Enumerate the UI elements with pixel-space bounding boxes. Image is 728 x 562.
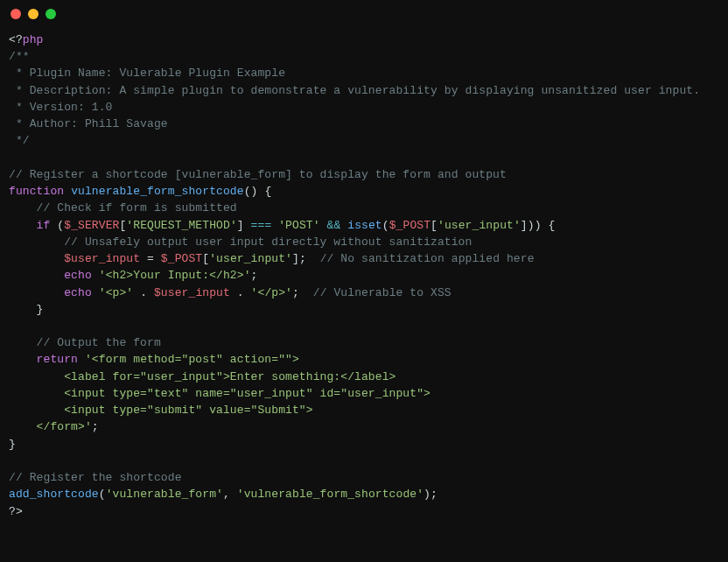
window-titlebar	[0, 0, 728, 26]
var-user-input: $user_input	[154, 286, 230, 299]
docblock-line: * Version: 1.0	[9, 101, 113, 114]
string: 'user_input'	[209, 252, 292, 265]
func-name: vulnerable_form_shortcode	[71, 185, 244, 198]
punct: ;	[292, 286, 313, 299]
php-open-tag: <?	[9, 33, 23, 46]
docblock-line: * Description: A simple plugin to demons…	[9, 84, 700, 97]
indent	[9, 353, 37, 366]
kw-echo: echo	[64, 269, 92, 282]
comment-line: // Unsafely output user input directly w…	[9, 235, 472, 249]
space	[78, 353, 85, 366]
space	[92, 286, 99, 299]
punct: ;	[251, 269, 258, 282]
indent	[9, 286, 64, 299]
minimize-icon[interactable]	[28, 9, 38, 19]
var-server: $_SERVER	[64, 219, 119, 232]
punct: () {	[244, 185, 272, 198]
kw-if: if	[9, 219, 50, 232]
comment-line: // Register the shortcode	[9, 471, 182, 484]
string: '<h2>Your Input:</h2>'	[99, 269, 251, 282]
php-close-tag: ?>	[9, 505, 23, 518]
punct: (	[99, 488, 106, 501]
comment-line: // Check if form is submitted	[9, 201, 237, 214]
code-window: <?php /** * Plugin Name: Vulerable Plugi…	[0, 0, 728, 562]
punct: ,	[223, 488, 237, 501]
var-post: $_POST	[389, 219, 430, 232]
docblock-line: * Plugin Name: Vulerable Plugin Example	[9, 67, 285, 80]
fn-isset: isset	[347, 219, 382, 232]
string: <input type="text" name="user_input" id=…	[9, 387, 430, 400]
fn-add-shortcode: add_shortcode	[9, 488, 99, 501]
space	[92, 269, 99, 282]
string: 'user_input'	[438, 219, 521, 232]
comment-inline: // No sanitization applied here	[320, 252, 535, 265]
space	[320, 219, 327, 232]
op-and: &&	[327, 219, 341, 232]
maximize-icon[interactable]	[46, 9, 56, 19]
var-user-input: $user_input	[64, 252, 140, 265]
comment-line: // Register a shortcode [vulnerable_form…	[9, 168, 507, 181]
indent	[9, 252, 64, 265]
indent	[9, 269, 64, 282]
punct: );	[424, 488, 438, 501]
kw-echo: echo	[64, 286, 92, 299]
punct: ];	[292, 252, 320, 265]
string: 'vulnerable_form_shortcode'	[237, 488, 424, 501]
string: 'vulnerable_form'	[106, 488, 223, 501]
op-assign: =	[140, 252, 161, 265]
punct: ]	[237, 219, 251, 232]
op-concat: .	[133, 286, 154, 299]
kw-function: function	[9, 185, 64, 198]
docblock-open: /**	[9, 50, 30, 63]
php-keyword: php	[23, 33, 44, 46]
string: <label for="user_input">Enter something:…	[9, 370, 396, 383]
docblock-line: * Author: Phill Savage	[9, 117, 168, 130]
brace-close: }	[9, 438, 16, 451]
punct: (	[50, 219, 64, 232]
comment-line: // Output the form	[9, 336, 161, 349]
punct: (	[382, 219, 389, 232]
punct: [	[430, 219, 438, 232]
string: '<form method="post" action="">	[85, 353, 299, 366]
comment-inline: // Vulnerable to XSS	[313, 286, 452, 299]
punct: ])) {	[521, 219, 556, 232]
punct: ;	[92, 420, 99, 433]
brace-close: }	[9, 303, 44, 316]
string: <input type="submit" value="Submit">	[9, 404, 313, 417]
kw-return: return	[37, 353, 78, 366]
string: '<p>'	[99, 286, 134, 299]
string: '</p>'	[251, 286, 292, 299]
docblock-close: */	[9, 134, 30, 147]
string: 'REQUEST_METHOD'	[126, 219, 236, 232]
string: 'POST'	[278, 219, 319, 232]
string: </form>'	[9, 420, 92, 433]
punct: [	[202, 252, 209, 265]
var-post: $_POST	[161, 252, 202, 265]
code-area: <?php /** * Plugin Name: Vulerable Plugi…	[0, 26, 728, 536]
op-concat: .	[230, 286, 251, 299]
close-icon[interactable]	[10, 9, 21, 19]
op-eqeqeq: ===	[251, 219, 272, 232]
